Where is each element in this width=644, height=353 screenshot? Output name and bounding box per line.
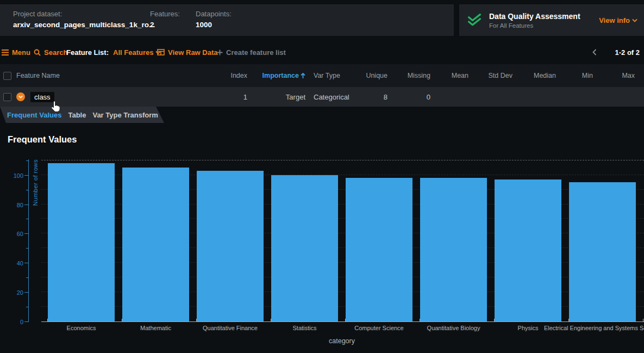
x-tick	[47, 319, 48, 321]
chart-plot-area: EconomicsMathematicQuantitative FinanceS…	[41, 159, 644, 322]
data-quality-panel: Data Quality Assessment For All Features…	[459, 4, 644, 36]
feature-list-label: Feature List:	[66, 48, 109, 57]
bar-0[interactable]	[48, 163, 115, 321]
y-tick	[24, 321, 28, 322]
y-tick	[26, 248, 28, 249]
y-tick	[26, 160, 28, 161]
y-tick-label: 100	[14, 172, 23, 179]
tab-table[interactable]: Table	[68, 111, 86, 119]
feature-list-dropdown[interactable]: All Features	[113, 48, 161, 57]
features-stat: Features: 2	[150, 10, 180, 29]
project-dataset-stat: Project dataset: arxiv_second_pages_mult…	[13, 10, 155, 29]
y-tick-label: 40	[17, 260, 23, 267]
y-axis-line	[28, 159, 29, 322]
col-var-type[interactable]: Var Type	[305, 72, 353, 79]
row-checkbox[interactable]	[3, 93, 11, 101]
bar-7[interactable]	[569, 182, 636, 321]
detail-tabs: Frequent Values Table Var Type Transform	[0, 107, 164, 123]
data-quality-text: Data Quality Assessment For All Features	[489, 12, 580, 29]
bar-5[interactable]	[420, 178, 487, 321]
x-category-label: Quantitative Biology	[427, 325, 480, 331]
y-tick-label: 20	[17, 289, 23, 296]
x-tick	[345, 319, 346, 321]
x-tick	[568, 319, 569, 321]
chevron-down-icon	[632, 18, 637, 22]
col-unique[interactable]: Unique	[353, 72, 387, 79]
features-label: Features:	[150, 10, 180, 18]
y-tick-label: 80	[17, 202, 23, 208]
col-std-dev[interactable]: Std Dev	[468, 72, 512, 79]
section-title: Frequent Values	[8, 134, 77, 145]
search-icon	[34, 49, 41, 56]
y-tick	[24, 263, 28, 263]
y-axis-ticks: 020406080100	[0, 159, 28, 322]
pagination-status: 1-2 of 2	[615, 44, 640, 61]
y-tick	[24, 233, 28, 234]
col-importance-label: Importance	[262, 72, 299, 79]
bar-2[interactable]	[197, 171, 264, 321]
x-tick	[643, 319, 643, 321]
project-dataset-panel: Project dataset: arxiv_second_pages_mult…	[0, 4, 454, 36]
x-category-label: Statistics	[292, 325, 316, 331]
bar-1[interactable]	[122, 168, 189, 321]
datapoints-value: 1000	[196, 21, 232, 29]
pagination-prev-button[interactable]	[592, 44, 597, 61]
cell-importance: Target	[247, 93, 305, 101]
create-feature-list-button[interactable]: Create feature list	[217, 44, 286, 61]
view-info-label: View info	[599, 16, 630, 24]
y-tick	[24, 292, 28, 293]
cell-index: 1	[215, 93, 247, 101]
menu-label: Menu	[12, 48, 30, 57]
table-row-class[interactable]: class 1 Target Categorical 8 0	[0, 87, 644, 107]
data-quality-subtitle: For All Features	[489, 22, 580, 29]
x-category-label: Physics	[518, 325, 539, 331]
x-tick	[122, 319, 122, 321]
plus-icon	[217, 49, 223, 55]
col-index[interactable]: Index	[215, 72, 247, 79]
tab-frequent-values[interactable]: Frequent Values	[7, 111, 61, 119]
y-tick-label: 60	[17, 231, 23, 237]
y-tick	[24, 175, 28, 176]
hamburger-icon	[2, 49, 9, 55]
feature-name-cell: class	[16, 92, 215, 102]
expand-feature-button[interactable]	[16, 92, 25, 101]
toolbar: Menu Search Feature List: All Features V…	[0, 44, 644, 61]
features-value: 2	[150, 21, 180, 29]
x-tick	[271, 319, 271, 321]
col-min[interactable]: Min	[556, 72, 593, 79]
feature-name-value[interactable]: class	[30, 92, 54, 102]
col-missing[interactable]: Missing	[387, 72, 430, 79]
bar-6[interactable]	[495, 179, 561, 321]
x-axis-title: category	[329, 337, 355, 345]
y-axis-title: Number of rows	[32, 159, 39, 206]
x-category-label: Computer Science	[354, 325, 404, 331]
project-dataset-value: arxiv_second_pages_multiclass_1k_ro...	[13, 21, 155, 29]
frequent-values-chart: Number of rows 020406080100 EconomicsMat…	[0, 152, 644, 348]
cell-missing: 0	[387, 93, 430, 101]
view-raw-data-button[interactable]: View Raw Data	[157, 44, 218, 61]
y-tick	[26, 190, 28, 190]
bar-4[interactable]	[346, 178, 412, 321]
tab-var-type-transform[interactable]: Var Type Transform	[92, 111, 158, 119]
col-feature-name[interactable]: Feature Name	[16, 72, 215, 79]
view-info-button[interactable]: View info	[599, 16, 637, 24]
datapoints-label: Datapoints:	[196, 10, 232, 18]
feature-list-value: All Features	[113, 48, 153, 57]
y-tick	[26, 277, 28, 278]
select-all-checkbox[interactable]	[3, 72, 11, 80]
y-tick	[26, 307, 28, 307]
x-tick	[420, 319, 420, 321]
col-importance[interactable]: Importance	[247, 72, 305, 79]
col-mean[interactable]: Mean	[430, 72, 468, 79]
search-button[interactable]: Search	[34, 44, 67, 61]
sort-ascending-icon	[301, 73, 305, 79]
col-max[interactable]: Max	[593, 72, 635, 79]
x-category-label: Quantitative Finance	[203, 325, 258, 331]
bar-3[interactable]	[271, 175, 338, 321]
col-median[interactable]: Median	[512, 72, 556, 79]
menu-button[interactable]: Menu	[2, 44, 30, 61]
y-tick	[26, 219, 28, 219]
y-tick	[24, 205, 28, 205]
x-category-label: Economics	[67, 325, 96, 331]
search-label: Search	[44, 48, 67, 57]
